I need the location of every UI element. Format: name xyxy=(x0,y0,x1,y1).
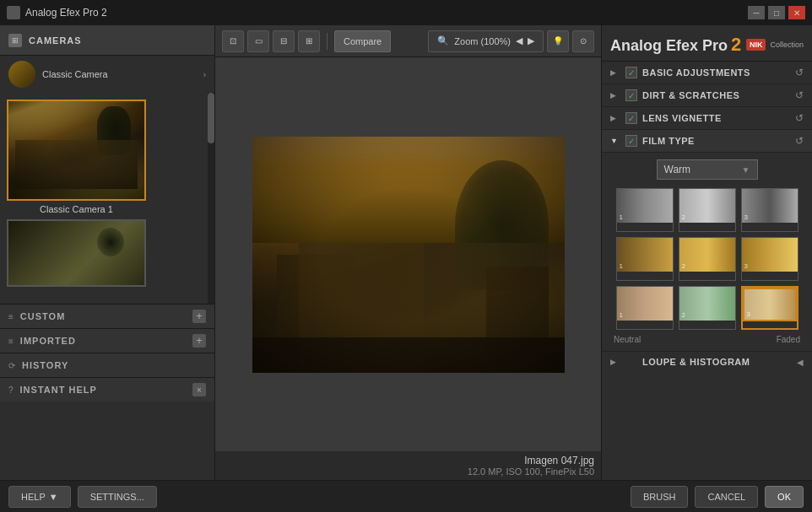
swatch-9-canvas: 3 xyxy=(743,288,797,321)
instant-help-close-button[interactable]: × xyxy=(192,383,206,396)
window-title: Analog Efex Pro 2 xyxy=(25,7,107,19)
vignette-reset-icon[interactable]: ↺ xyxy=(795,112,804,124)
swatch-8[interactable]: 2 xyxy=(679,286,736,330)
swatch-5-num: 2 xyxy=(682,262,685,270)
settings-view-button[interactable]: ⊙ xyxy=(572,30,594,52)
swatch-1-canvas: 1 xyxy=(617,189,673,223)
vignette-expand-icon: ▶ xyxy=(610,114,620,122)
loupe-histogram-row[interactable]: ▶ LOUPE & HISTOGRAM ◀ xyxy=(602,351,812,372)
swatch-4-canvas: 1 xyxy=(617,238,673,272)
custom-add-button[interactable]: + xyxy=(192,310,206,323)
image-info: Imagen 047.jpg 12.0 MP, ISO 100, FinePix… xyxy=(215,451,601,480)
left-panel: ⊞ CAMERAS Classic Camera › Clas xyxy=(0,25,215,480)
cameras-section-header[interactable]: ⊞ CAMERAS xyxy=(0,25,214,56)
view-fit-button[interactable]: ▭ xyxy=(247,30,269,52)
film-type-row[interactable]: ▼ ✓ FILM TYPE ↺ xyxy=(602,130,812,153)
dirt-reset-icon[interactable]: ↺ xyxy=(795,89,804,101)
view-grid-button[interactable]: ⊞ xyxy=(298,30,320,52)
film-dropdown-label: Warm xyxy=(664,164,691,175)
view-fullscreen-button[interactable]: ⊡ xyxy=(222,30,244,52)
basic-adjustments-row[interactable]: ▶ ✓ BASIC ADJUSTMENTS ↺ xyxy=(602,62,812,84)
close-button[interactable]: ✕ xyxy=(788,6,805,19)
swatch-7[interactable]: 1 xyxy=(616,286,674,330)
compare-button[interactable]: Compare xyxy=(334,30,391,52)
app-version: 2 xyxy=(731,34,741,56)
camera-preset-2[interactable] xyxy=(7,219,146,287)
photo-main xyxy=(252,137,565,373)
swatch-4[interactable]: 1 xyxy=(616,237,674,281)
help-arrow-icon: ▼ xyxy=(49,492,58,502)
imported-list-icon: ≡ xyxy=(8,337,14,346)
brush-button[interactable]: BRUSH xyxy=(631,486,689,508)
custom-section: ≡ CUSTOM + xyxy=(0,304,214,328)
dirt-check[interactable]: ✓ xyxy=(625,89,637,101)
settings-button[interactable]: SETTINGS... xyxy=(78,486,157,508)
swatch-9[interactable]: 3 xyxy=(741,286,798,330)
cameras-icon: ⊞ xyxy=(8,34,22,47)
cancel-button[interactable]: CANCEL xyxy=(695,486,758,508)
history-section: ⟳ HISTORY xyxy=(0,353,214,377)
swatch-row-2: 1 2 3 xyxy=(610,237,804,281)
swatch-8-canvas: 2 xyxy=(679,287,735,321)
swatch-5[interactable]: 2 xyxy=(679,237,736,281)
basic-title: BASIC ADJUSTMENTS xyxy=(642,67,795,78)
ok-button[interactable]: OK xyxy=(765,486,804,508)
main-layout: ⊞ CAMERAS Classic Camera › Clas xyxy=(0,25,812,480)
film-type-dropdown[interactable]: Warm ▼ xyxy=(657,159,758,180)
swatch-1[interactable]: 1 xyxy=(616,188,674,232)
film-title: FILM TYPE xyxy=(642,136,795,146)
window-controls: ─ □ ✕ xyxy=(748,6,805,19)
swatch-3[interactable]: 3 xyxy=(741,188,798,232)
swatch-6-canvas: 3 xyxy=(742,238,798,272)
swatch-row-3: 1 2 3 xyxy=(610,286,804,330)
camera-scroll[interactable] xyxy=(208,93,214,304)
vignette-title: LENS VIGNETTE xyxy=(642,113,795,123)
imported-add-button[interactable]: + xyxy=(192,334,206,348)
basic-expand-icon: ▶ xyxy=(610,68,620,77)
camera-preset-1[interactable]: Classic Camera 1 xyxy=(7,100,146,214)
basic-check[interactable]: ✓ xyxy=(625,67,637,78)
lightbulb-button[interactable]: 💡 xyxy=(547,30,569,52)
loupe-title: LOUPE & HISTOGRAM xyxy=(642,357,797,367)
lens-vignette-row[interactable]: ▶ ✓ LENS VIGNETTE ↺ xyxy=(602,107,812,130)
history-icon: ⟳ xyxy=(8,361,15,370)
swatch-6-num: 3 xyxy=(744,262,748,270)
imported-header[interactable]: ≡ IMPORTED + xyxy=(0,329,214,353)
canvas-area: ⊡ ▭ ⊟ ⊞ Compare 🔍 Zoom (100%) ◀ ▶ 💡 ⊙ xyxy=(215,25,601,480)
classic-camera-item[interactable]: Classic Camera › xyxy=(0,56,214,93)
swatch-3-num: 3 xyxy=(744,213,748,221)
instant-help-header[interactable]: ? INSTANT HELP × xyxy=(0,378,214,402)
help-button[interactable]: HELP ▼ xyxy=(8,486,71,508)
camera-grid: Classic Camera 1 xyxy=(0,93,214,304)
toolbar: ⊡ ▭ ⊟ ⊞ Compare 🔍 Zoom (100%) ◀ ▶ 💡 ⊙ xyxy=(215,25,601,57)
film-reset-icon[interactable]: ↺ xyxy=(795,135,804,147)
vignette xyxy=(252,137,565,373)
app-name: Analog Efex Pro xyxy=(610,37,728,55)
view-split-button[interactable]: ⊟ xyxy=(273,30,295,52)
minimize-button[interactable]: ─ xyxy=(748,6,765,19)
loupe-expand-icon: ▶ xyxy=(610,358,620,366)
camera-thumb xyxy=(8,61,35,88)
zoom-arrow-left[interactable]: ◀ xyxy=(516,35,522,46)
loupe-right-icon: ◀ xyxy=(797,358,804,367)
imported-title: IMPORTED xyxy=(20,336,186,346)
app-icon xyxy=(7,6,20,19)
help-icon: ? xyxy=(8,385,14,395)
vignette-check[interactable]: ✓ xyxy=(625,112,637,124)
basic-reset-icon[interactable]: ↺ xyxy=(795,67,804,78)
toolbar-divider-1 xyxy=(327,33,328,50)
swatch-6[interactable]: 3 xyxy=(741,237,798,281)
nik-badge: NIK xyxy=(746,39,766,51)
zoom-arrow-right[interactable]: ▶ xyxy=(528,35,534,46)
bottom-bar: HELP ▼ SETTINGS... BRUSH CANCEL OK xyxy=(0,480,812,512)
dirt-scratches-row[interactable]: ▶ ✓ DIRT & SCRATCHES ↺ xyxy=(602,84,812,107)
instant-help-section: ? INSTANT HELP × xyxy=(0,377,214,402)
film-check[interactable]: ✓ xyxy=(625,135,637,147)
swatch-2[interactable]: 2 xyxy=(679,188,736,232)
dirt-title: DIRT & SCRATCHES xyxy=(642,90,795,100)
swatch-3-canvas: 3 xyxy=(742,189,798,223)
maximize-button[interactable]: □ xyxy=(768,6,785,19)
swatch-5-canvas: 2 xyxy=(679,238,735,272)
history-header[interactable]: ⟳ HISTORY xyxy=(0,353,214,377)
custom-header[interactable]: ≡ CUSTOM + xyxy=(0,305,214,328)
